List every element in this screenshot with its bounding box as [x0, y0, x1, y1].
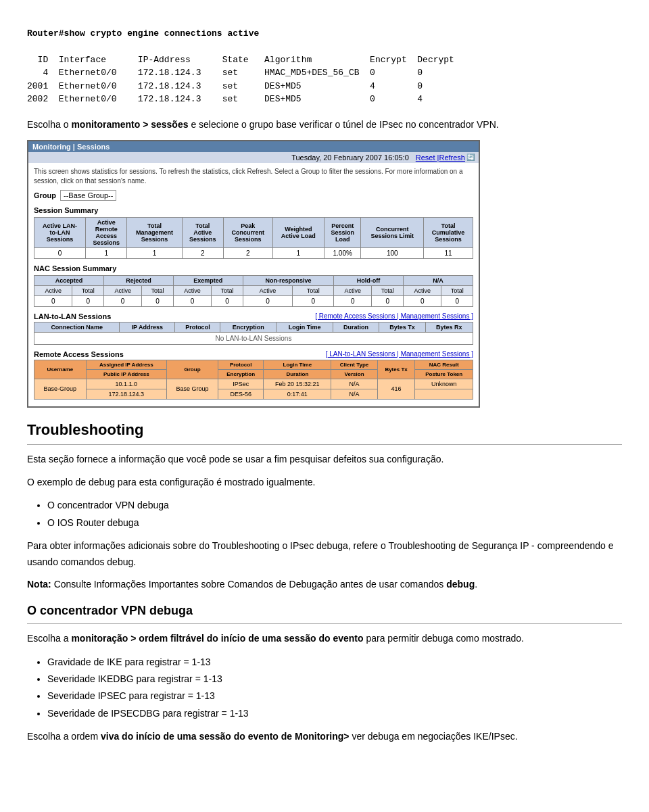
- nac-val-11: 0: [403, 295, 441, 306]
- remote-col-assignedip: Assigned IP Address: [86, 360, 166, 369]
- vpn-bullet-2: Severidade IKEDBG para registrar = 1-13: [47, 671, 622, 688]
- remote-val-clienttype: N/A: [331, 379, 377, 389]
- panel-topbar: Tuesday, 20 February 2007 16:05:0 Reset …: [28, 152, 479, 163]
- nac-val-9: 0: [334, 295, 372, 306]
- troubleshooting-para1: Esta seção fornece a informação que você…: [27, 452, 622, 468]
- reset-link[interactable]: Reset |: [416, 153, 439, 162]
- nac-sub-active5: Active: [334, 285, 372, 295]
- nac-val-6: 0: [212, 295, 243, 306]
- lan-col-logintime: Login Time: [277, 322, 333, 332]
- lan-title: LAN-to-LAN Sessions: [34, 312, 111, 320]
- lan-col-bytesrx: Bytes Rx: [425, 322, 473, 332]
- refresh-icon: 🔄: [466, 153, 475, 161]
- lan-col-duration: Duration: [333, 322, 379, 332]
- nac-val-8: 0: [293, 295, 334, 306]
- nac-col-na: N/A: [403, 275, 473, 285]
- remote-data-row1: Base-Group 10.1.1.0 Base Group IPSec Feb…: [34, 379, 473, 389]
- remote-col-clientver: Version: [331, 369, 377, 379]
- vpn-para1: Escolha a monitoração > ordem filtrável …: [27, 631, 622, 647]
- col-active-remote: ActiveRemoteAccessSessions: [86, 217, 127, 247]
- session-summary-title: Session Summary: [34, 206, 473, 214]
- remote-col-username: Username: [34, 360, 87, 379]
- troubleshooting-title: Troubleshooting: [27, 421, 622, 439]
- intro-paragraph: Escolha o monitoramento > sessões e sele…: [27, 117, 622, 132]
- panel-description: This screen shows statistics for session…: [34, 167, 473, 186]
- remote-val-login: Feb 20 15:32:21: [264, 379, 331, 389]
- col-active-lan: Active LAN-to-LANSessions: [34, 217, 86, 247]
- nac-val-12: 0: [441, 295, 473, 306]
- command-text: Router#show crypto engine connections ac…: [27, 28, 259, 39]
- val-active-lan: 0: [34, 247, 86, 258]
- nac-sub-active4: Active: [243, 285, 293, 295]
- nac-sub-active1: Active: [34, 285, 72, 295]
- vpn-bullet-1: Gravidade de IKE para registrar = 1-13: [47, 654, 622, 671]
- vpn-bold1: monitoração > ordem filtrável do início …: [71, 633, 363, 644]
- note-end: .: [475, 579, 477, 590]
- remote-val-ip1: 10.1.1.0: [86, 379, 166, 389]
- final-paragraph: Escolha a ordem viva do início de uma se…: [27, 729, 622, 745]
- remote-val-nac: Unknown: [415, 379, 473, 389]
- session-summary-row: 0 1 1 2 2 1 1.00% 100 11: [34, 247, 473, 258]
- nac-sub-active2: Active: [103, 285, 141, 295]
- panel-title: Monitoring | Sessions: [32, 143, 110, 151]
- col-peak: PeakConcurrentSessions: [223, 217, 272, 247]
- lan-section-header: LAN-to-LAN Sessions [ Remote Access Sess…: [34, 312, 473, 320]
- nac-val-2: 0: [72, 295, 104, 306]
- val-total-mgmt: 1: [127, 247, 182, 258]
- lan-empty-row: No LAN-to-LAN Sessions: [34, 332, 473, 344]
- vpn-bullets: Gravidade de IKE para registrar = 1-13 S…: [47, 654, 622, 722]
- troubleshooting-para3: Para obter informações adicionais sobre …: [27, 538, 622, 571]
- group-select[interactable]: --Base Group--: [60, 190, 116, 201]
- lan-col-encryption: Encryption: [220, 322, 277, 332]
- session-summary-table: Active LAN-to-LANSessions ActiveRemoteAc…: [34, 217, 473, 259]
- note-text: Consulte Informações Importantes sobre C…: [51, 579, 446, 590]
- intro-bold: monitoramento > sessões: [71, 119, 188, 130]
- nac-summary-title: NAC Session Summary: [34, 264, 473, 272]
- remote-val-proto1: IPSec: [218, 379, 264, 389]
- bullet-item-1: O concentrador VPN debuga: [47, 497, 622, 514]
- col-total-cumulative: TotalCumulativeSessions: [424, 217, 473, 247]
- nac-val-1: 0: [34, 295, 72, 306]
- remote-col-duration: Duration: [264, 369, 331, 379]
- remote-val-clientver: N/A: [331, 389, 377, 399]
- col-concurrent-limit: ConcurrentSessions Limit: [361, 217, 424, 247]
- val-concurrent-limit: 100: [361, 247, 424, 258]
- vpn-bullet-3: Severidade IPSEC para registrar = 1-13: [47, 688, 622, 704]
- panel-datetime: Tuesday, 20 February 2007 16:05:0: [291, 153, 409, 162]
- remote-col-nacresult: NAC Result: [415, 360, 473, 369]
- remote-col-protocol: Protocol: [218, 360, 264, 369]
- vpn-debug-title: O concentrador VPN debuga: [27, 604, 622, 618]
- lan-col-connname: Connection Name: [34, 322, 120, 332]
- nac-sub-total1: Total: [72, 285, 104, 295]
- remote-col-posturetoken: Posture Token: [415, 369, 473, 379]
- val-percent: 1.00%: [324, 247, 361, 258]
- remote-val-ip2: 172.18.124.3: [86, 389, 166, 399]
- nac-sub-active3: Active: [173, 285, 211, 295]
- bullet-item-2: O IOS Router debuga: [47, 515, 622, 531]
- note-bold: debug: [446, 579, 475, 590]
- lan-col-ipaddr: IP Address: [120, 322, 175, 332]
- nac-sub-total6: Total: [441, 285, 473, 295]
- note-label: Nota:: [27, 579, 51, 590]
- remote-col-bytestx: Bytes Tx: [377, 360, 415, 379]
- val-peak: 2: [223, 247, 272, 258]
- remote-col-group: Group: [167, 360, 218, 379]
- val-active-remote: 1: [86, 247, 127, 258]
- refresh-link[interactable]: Refresh: [439, 153, 465, 162]
- nac-sub-total5: Total: [372, 285, 404, 295]
- lan-links[interactable]: [ Remote Access Sessions | Management Se…: [315, 312, 473, 320]
- nac-val-10: 0: [372, 295, 404, 306]
- remote-table: Username Assigned IP Address Group Proto…: [34, 360, 473, 400]
- col-total-mgmt: TotalManagementSessions: [127, 217, 182, 247]
- val-total-cumulative: 11: [424, 247, 473, 258]
- nac-col-holdoff: Hold-off: [334, 275, 404, 285]
- remote-val-proto2: DES-56: [218, 389, 264, 399]
- nac-val-7: 0: [243, 295, 293, 306]
- remote-links[interactable]: [ LAN-to-LAN Sessions | Management Sessi…: [326, 350, 473, 358]
- final-text2: ver debuga em negociações IKE/IPsec.: [350, 731, 518, 742]
- nac-sub-total4: Total: [293, 285, 334, 295]
- val-weighted: 1: [272, 247, 324, 258]
- nac-val-3: 0: [103, 295, 141, 306]
- remote-title: Remote Access Sessions: [34, 350, 124, 358]
- nac-row: 0 0 0 0 0 0 0 0 0 0 0 0: [34, 295, 473, 306]
